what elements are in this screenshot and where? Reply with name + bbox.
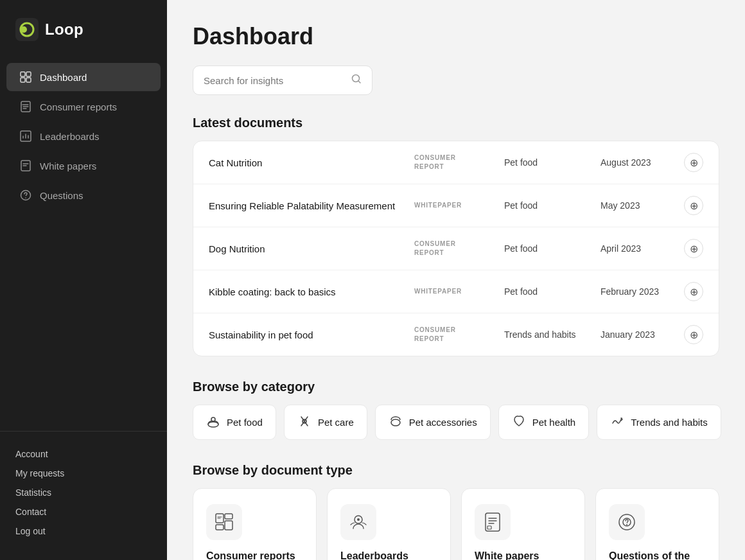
search-input[interactable] [204,75,345,86]
pet-care-icon [297,414,311,430]
logo-area: Loop [0,0,167,57]
category-grid: Pet food Pet care Pet accessories [193,405,719,440]
doc-type: CONSUMERREPORT [414,240,504,258]
table-row[interactable]: Kibble coating: back to basics WHITEPAPE… [193,270,719,313]
table-row[interactable]: Cat Nutrition CONSUMERREPORT Pet food Au… [193,141,719,184]
loop-logo-icon [15,18,39,41]
doctype-leaderboards[interactable]: Leaderboards Understand market evolution… [327,488,451,560]
leaderboards-icon [19,130,32,143]
doc-type: CONSUMERREPORT [414,153,504,171]
sidebar: Loop Dashboard [0,0,167,560]
svg-rect-21 [225,521,232,530]
questions-doctype-icon [609,504,645,540]
svg-rect-20 [225,514,232,519]
leaderboards-doctype-icon [340,504,376,540]
doc-type: CONSUMERREPORT [414,326,504,344]
pet-food-icon [206,414,220,430]
table-row[interactable]: Sustainability in pet food CONSUMERREPOR… [193,313,719,356]
doctype-white-papers[interactable]: White papers Our experts in palatability… [461,488,585,560]
doctype-title: White papers [475,550,572,560]
doc-name: Kibble coating: back to basics [209,286,414,297]
doc-category: Pet food [504,200,600,211]
sidebar-item-dashboard[interactable]: Dashboard [6,63,161,91]
white-papers-doctype-icon [475,504,511,540]
svg-point-8 [22,104,23,105]
sidebar-bottom: Account My requests Statistics Contact L… [0,431,167,560]
svg-rect-6 [26,78,31,82]
category-pet-accessories[interactable]: Pet accessories [375,405,491,440]
table-row[interactable]: Ensuring Reliable Palatability Measureme… [193,184,719,227]
table-row[interactable]: Dog Nutrition CONSUMERREPORT Pet food Ap… [193,227,719,270]
svg-point-14 [208,422,218,427]
doc-category: Pet food [504,157,600,168]
consumer-reports-doctype-icon [206,504,242,540]
doc-date: April 2023 [600,243,684,254]
doctype-title: Leaderboards [340,550,437,560]
sidebar-item-label: Consumer reports [40,101,117,112]
sidebar-item-questions[interactable]: Questions [6,181,161,209]
svg-point-17 [391,419,400,426]
svg-rect-25 [487,526,491,529]
category-label: Pet accessories [409,417,477,428]
svg-rect-5 [21,78,25,82]
doc-type: WHITEPAPER [414,287,504,296]
category-pet-care[interactable]: Pet care [284,405,367,440]
doc-category: Pet food [504,243,600,254]
main-content: Dashboard Latest documents Cat Nutrition… [167,0,745,560]
doc-arrow-icon[interactable]: ⊕ [684,153,703,172]
doc-type: WHITEPAPER [414,201,504,210]
doc-arrow-icon[interactable]: ⊕ [684,239,703,258]
sidebar-nav: Dashboard Consumer reports Leaderboards [0,57,167,431]
pet-health-icon [512,414,526,430]
logout-link[interactable]: Log out [15,521,152,541]
svg-point-12 [25,197,26,198]
doc-arrow-icon[interactable]: ⊕ [684,325,703,344]
search-bar[interactable] [193,66,372,95]
consumer-reports-icon [19,100,32,113]
latest-documents-title: Latest documents [193,116,719,130]
category-label: Pet food [227,417,263,428]
svg-rect-3 [21,72,25,76]
dashboard-icon [19,71,32,83]
doc-arrow-icon[interactable]: ⊕ [684,196,703,215]
doctype-title: Consumer reports [206,550,303,560]
sidebar-item-white-papers[interactable]: White papers [6,152,161,180]
doc-name: Dog Nutrition [209,243,414,254]
category-pet-health[interactable]: Pet health [498,405,590,440]
svg-rect-4 [26,72,31,76]
doc-name: Ensuring Reliable Palatability Measureme… [209,200,414,211]
logo-text: Loop [45,21,83,39]
sidebar-item-consumer-reports[interactable]: Consumer reports [6,92,161,121]
svg-point-28 [626,524,627,525]
category-trends-habits[interactable]: Trends and habits [597,405,721,440]
doctype-grid: Consumer reports Detect business opportu… [193,488,719,560]
page-title: Dashboard [193,23,719,50]
doc-name: Cat Nutrition [209,157,414,168]
category-label: Pet care [318,417,354,428]
doc-date: May 2023 [600,200,684,211]
account-link[interactable]: Account [15,444,152,464]
sidebar-item-leaderboards[interactable]: Leaderboards [6,122,161,150]
browse-category-title: Browse by category [193,380,719,394]
search-icon [351,74,362,87]
doctype-consumer-reports[interactable]: Consumer reports Detect business opportu… [193,488,317,560]
white-papers-icon [19,159,32,172]
doc-date: August 2023 [600,157,684,168]
sidebar-item-label: Leaderboards [40,131,100,142]
svg-rect-19 [216,525,224,530]
trends-habits-icon [610,414,624,430]
statistics-link[interactable]: Statistics [15,483,152,502]
doc-category: Pet food [504,286,600,297]
category-label: Trends and habits [631,417,708,428]
doc-name: Sustainability in pet food [209,329,414,340]
doc-arrow-icon[interactable]: ⊕ [684,282,703,301]
sidebar-item-label: Questions [40,190,83,201]
doctype-questions-of-the-day[interactable]: Questions of the day Get inspired by pet… [595,488,719,560]
sidebar-item-label: White papers [40,161,96,171]
contact-link[interactable]: Contact [15,502,152,521]
svg-point-15 [211,417,215,421]
my-requests-link[interactable]: My requests [15,464,152,483]
pet-accessories-icon [389,414,403,430]
svg-point-2 [21,26,27,33]
category-pet-food[interactable]: Pet food [193,405,276,440]
